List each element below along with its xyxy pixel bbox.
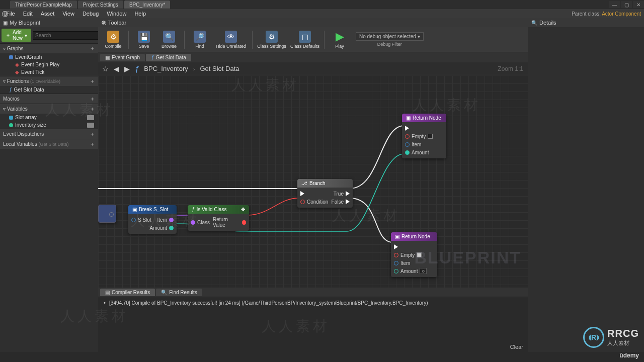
chevron-down-icon: ▾	[25, 33, 27, 38]
tab-bpc-inventory[interactable]: BPC_Inventory*	[124, 1, 170, 9]
zoom-indicator: Zoom 1:1	[498, 65, 523, 72]
toolbar-icon: 🛠	[101, 20, 106, 26]
window-maximize-button[interactable]: ▢	[621, 1, 632, 8]
pin-in-empty[interactable]	[405, 134, 410, 139]
debug-object-select[interactable]: No debug object selected ▾	[356, 32, 424, 41]
add-function-icon[interactable]: ＋	[90, 77, 95, 85]
menu-asset[interactable]: Asset	[37, 10, 59, 18]
find-button[interactable]: 🔎Find	[188, 28, 212, 51]
move-icon[interactable]: ✥	[241, 207, 245, 212]
search-input[interactable]	[33, 31, 102, 40]
window-close-button[interactable]: ✕	[633, 1, 644, 8]
favorite-star-icon[interactable]: ☆	[102, 65, 109, 73]
add-dispatcher-icon[interactable]: ＋	[90, 130, 95, 138]
clear-button[interactable]: Clear	[510, 344, 523, 350]
details-panel: 🔍 Details	[528, 18, 644, 352]
breadcrumb-leaf[interactable]: Get Slot Data	[200, 65, 239, 72]
tab-find-results[interactable]: 🔍Find Results	[156, 289, 202, 296]
section-dispatchers[interactable]: Event Dispatchers＋	[0, 129, 98, 139]
class-settings-button[interactable]: ⚙Class Settings	[256, 28, 288, 51]
toolbar-title: 🛠 Toolbar	[98, 18, 528, 27]
pin-in-condition[interactable]	[300, 200, 305, 204]
menu-view[interactable]: View	[58, 10, 78, 18]
parent-class-link[interactable]: Actor Component	[602, 11, 641, 17]
compiler-results-panel: • [3494.70] Compile of BPC_Inventory suc…	[98, 297, 528, 352]
item-eventgraph[interactable]: EventGraph	[0, 53, 98, 61]
graph-canvas[interactable]: ▣Break S_Slot S Slot Item Amount ƒIs Val…	[98, 75, 528, 288]
item-event-tick[interactable]: ◆Event Tick	[0, 68, 98, 76]
pin-out-return[interactable]	[242, 220, 247, 225]
pin-exec-false[interactable]	[346, 199, 350, 204]
pin-out-amount[interactable]	[169, 226, 174, 230]
my-blueprint-panel: ▣ My Blueprint ＋ Add New ▾ 🔍 ⚙ ▿ Graphs＋…	[0, 18, 98, 352]
graph-tab-get-slot-data[interactable]: ƒGet Slot Data	[146, 54, 191, 61]
pin-in-amount[interactable]	[405, 150, 410, 155]
graph-tab-eventgraph[interactable]: ▦Event Graph	[100, 54, 145, 61]
add-macro-icon[interactable]: ＋	[90, 95, 95, 103]
section-functions[interactable]: ▿ Functions (1 Overridable)＋	[0, 76, 98, 86]
add-variable-icon[interactable]: ＋	[90, 105, 95, 113]
empty-checkbox-checked[interactable]: ✓	[417, 252, 422, 257]
var-visibility-toggle[interactable]	[87, 123, 94, 128]
bottom-tabs: ▤Compiler Results 🔍Find Results	[98, 288, 528, 297]
menu-edit[interactable]: Edit	[19, 10, 37, 18]
tab-map[interactable]: ThirdPersonExampleMap	[10, 1, 77, 9]
unreal-logo-icon: Ⓤ	[2, 10, 8, 19]
center-panel: 🛠 Toolbar ⚙Compile 💾Save 🔍Browse 🔎Find 👁…	[98, 18, 528, 352]
compile-button[interactable]: ⚙Compile	[101, 28, 125, 51]
node-break-s-slot[interactable]: ▣Break S_Slot S Slot Item Amount	[128, 205, 177, 234]
details-title: 🔍 Details	[528, 18, 644, 27]
class-defaults-button[interactable]: ▤Class Defaults	[289, 28, 321, 51]
item-event-begin-play[interactable]: ◆Event Begin Play	[0, 61, 98, 68]
section-graphs[interactable]: ▿ Graphs＋	[0, 43, 98, 53]
add-graph-icon[interactable]: ＋	[90, 45, 95, 52]
branch-icon: ⎇	[301, 180, 307, 186]
menu-window[interactable]: Window	[103, 10, 130, 18]
menu-help[interactable]: Help	[130, 10, 150, 18]
amount-value-input[interactable]: 0	[420, 268, 427, 274]
empty-checkbox[interactable]	[428, 134, 433, 139]
blueprint-icon: ▣	[3, 20, 8, 26]
item-get-slot-data[interactable]: ƒGet Slot Data	[0, 86, 98, 94]
menu-debug[interactable]: Debug	[78, 10, 103, 18]
pin-exec-true[interactable]	[346, 191, 350, 196]
function-icon: ƒ	[192, 207, 195, 212]
pin-exec-in[interactable]	[394, 244, 398, 249]
pin-exec-in[interactable]	[405, 126, 409, 131]
pin-in-amount[interactable]	[394, 269, 398, 274]
browse-button[interactable]: 🔍Browse	[157, 28, 181, 51]
var-slot-array[interactable]: Slot array	[0, 114, 98, 121]
node-is-valid-class[interactable]: ƒIs Valid Class✥ Class Return Value	[188, 205, 249, 231]
nav-forward-icon[interactable]: ▶	[124, 65, 130, 73]
node-branch[interactable]: ⎇Branch True Condition False	[297, 179, 353, 208]
add-local-var-icon[interactable]: ＋	[90, 140, 95, 148]
node-return-2[interactable]: ▣Return Node Empty✓ Item Amount0	[391, 232, 437, 277]
nav-back-icon[interactable]: ◀	[114, 65, 119, 73]
pin-exec-out[interactable]	[109, 212, 114, 217]
pin-in-item[interactable]	[405, 142, 410, 147]
pin-in-class[interactable]	[191, 220, 195, 225]
save-button[interactable]: 💾Save	[132, 28, 156, 51]
pin-exec-in[interactable]	[300, 191, 304, 196]
node-return-1[interactable]: ▣Return Node Empty Item Amount	[402, 114, 446, 158]
return-icon: ▣	[406, 115, 411, 121]
tab-compiler-results[interactable]: ▤Compiler Results	[100, 289, 155, 296]
node-entry-partial[interactable]	[98, 205, 116, 223]
breadcrumb-root[interactable]: BPC_Inventory	[144, 65, 188, 72]
section-local-vars[interactable]: Local Variables (Get Slot Data)＋	[0, 139, 98, 149]
parent-class-label: Parent class: Actor Component	[572, 11, 641, 17]
pin-out-item[interactable]	[169, 218, 174, 222]
play-button[interactable]: ▶Play	[328, 28, 352, 51]
add-new-button[interactable]: ＋ Add New ▾	[2, 29, 31, 42]
section-macros[interactable]: Macros＋	[0, 94, 98, 104]
pin-in-sslot[interactable]	[131, 218, 136, 222]
var-inventory-size[interactable]: Inventory size	[0, 121, 98, 129]
section-variables[interactable]: ▿ Variables＋	[0, 104, 98, 114]
window-minimize-button[interactable]: —	[609, 1, 620, 8]
pin-in-item[interactable]	[394, 261, 398, 265]
var-visibility-toggle[interactable]	[87, 115, 94, 120]
plus-icon: ＋	[6, 32, 11, 39]
pin-in-empty[interactable]	[394, 253, 398, 257]
hide-unrelated-button[interactable]: 👁Hide Unrelated	[213, 28, 249, 51]
tab-project-settings[interactable]: Project Settings	[78, 1, 123, 9]
